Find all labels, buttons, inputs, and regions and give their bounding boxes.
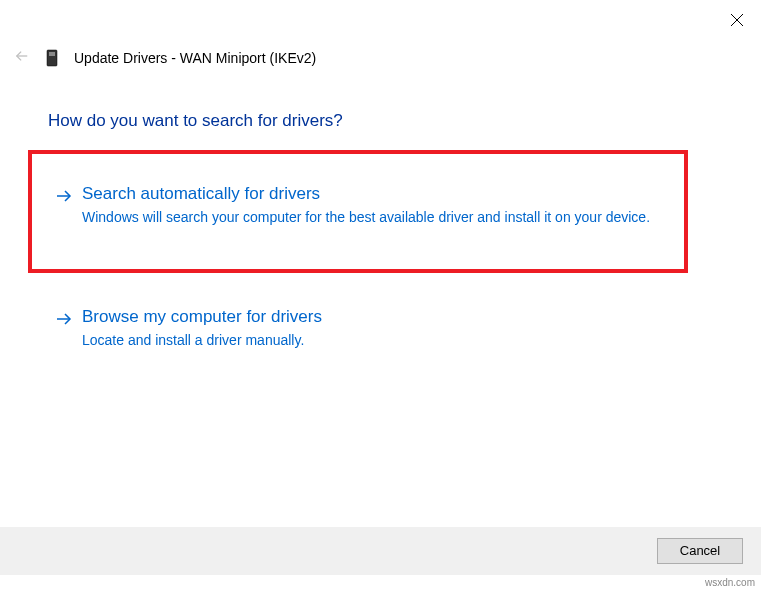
option-description: Windows will search your computer for th… <box>82 208 660 227</box>
options-container: Search automatically for drivers Windows… <box>28 150 688 378</box>
option-title: Search automatically for drivers <box>82 184 660 204</box>
close-button[interactable] <box>729 12 745 28</box>
dialog-title: Update Drivers - WAN Miniport (IKEv2) <box>74 50 316 66</box>
dialog-header: Update Drivers - WAN Miniport (IKEv2) <box>14 48 316 68</box>
svg-rect-4 <box>49 52 55 56</box>
back-arrow-icon <box>15 49 29 67</box>
cancel-button[interactable]: Cancel <box>657 538 743 564</box>
page-heading: How do you want to search for drivers? <box>48 111 343 131</box>
dialog-footer: Cancel <box>0 527 761 575</box>
option-title: Browse my computer for drivers <box>82 307 660 327</box>
back-button[interactable] <box>14 50 30 66</box>
option-search-automatically[interactable]: Search automatically for drivers Windows… <box>28 150 688 273</box>
device-icon <box>44 48 60 68</box>
watermark: wsxdn.com <box>705 577 755 588</box>
close-icon <box>729 14 745 31</box>
option-browse-computer[interactable]: Browse my computer for drivers Locate an… <box>28 281 688 378</box>
arrow-right-icon <box>56 311 72 329</box>
option-description: Locate and install a driver manually. <box>82 331 660 350</box>
arrow-right-icon <box>56 188 72 206</box>
